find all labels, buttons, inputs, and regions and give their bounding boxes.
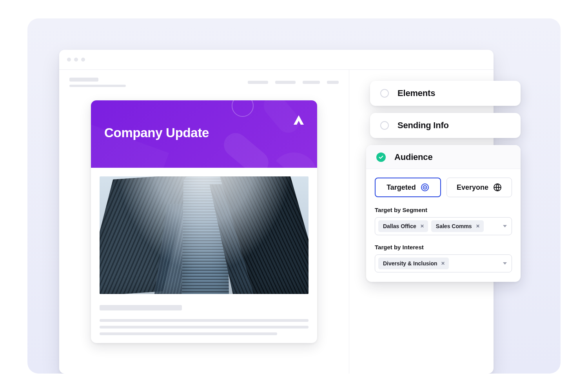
- email-banner-title: Company Update: [104, 125, 209, 140]
- browser-chrome: [59, 50, 494, 69]
- email-banner: Company Update: [91, 100, 317, 168]
- banner-decoration: [276, 143, 317, 168]
- app-brand-placeholder: [69, 78, 126, 87]
- panel-sending-info-label: Sending Info: [397, 120, 449, 131]
- brand-subtitle-ghost: [69, 85, 126, 87]
- interest-chip[interactable]: Diversity & Inclusion✕: [378, 258, 449, 269]
- segment-chip[interactable]: Dallas Office✕: [378, 220, 428, 232]
- email-body-placeholder: [91, 294, 317, 343]
- target-icon: [421, 183, 429, 192]
- window-control-zoom[interactable]: [81, 58, 85, 62]
- chip-label: Diversity & Inclusion: [383, 260, 437, 267]
- targeted-label: Targeted: [387, 183, 416, 192]
- panel-audience: Audience Targeted Everyone Target by Seg…: [366, 145, 521, 282]
- stage: Company Update: [27, 18, 561, 374]
- text-ghost: [100, 319, 309, 322]
- target-by-interest-input[interactable]: Diversity & Inclusion✕: [375, 254, 512, 272]
- email-preview-card[interactable]: Company Update: [91, 100, 317, 343]
- everyone-label: Everyone: [457, 183, 488, 192]
- target-by-segment-label: Target by Segment: [375, 207, 512, 213]
- brand-ghost: [69, 78, 98, 82]
- chevron-down-icon[interactable]: [503, 262, 507, 265]
- banner-decoration: [232, 100, 254, 117]
- nav-ghost-2: [275, 81, 296, 84]
- check-circle-icon: [376, 152, 386, 162]
- panel-sending-info[interactable]: Sending Info: [370, 113, 521, 138]
- chevron-down-icon[interactable]: [503, 225, 507, 227]
- chip-label: Sales Comms: [436, 223, 472, 229]
- chip-label: Dallas Office: [383, 223, 416, 229]
- radio-unchecked-icon[interactable]: [380, 121, 389, 130]
- audience-mode-toggle: Targeted Everyone: [375, 178, 512, 197]
- audience-mode-targeted[interactable]: Targeted: [375, 178, 441, 197]
- window-control-minimize[interactable]: [74, 58, 78, 62]
- nav-ghost-3: [303, 81, 320, 84]
- editor-nav-placeholder: [248, 81, 339, 84]
- target-by-segment-input[interactable]: Dallas Office✕Sales Comms✕: [375, 217, 512, 235]
- editor-pane: Company Update: [59, 69, 349, 374]
- panel-elements[interactable]: Elements: [370, 81, 521, 106]
- email-hero-image: [100, 176, 309, 294]
- brand-logo-icon: [292, 114, 305, 125]
- panel-audience-header[interactable]: Audience: [366, 145, 521, 169]
- remove-chip-icon[interactable]: ✕: [420, 223, 424, 229]
- remove-chip-icon[interactable]: ✕: [441, 261, 445, 266]
- remove-chip-icon[interactable]: ✕: [476, 223, 480, 229]
- window-control-close[interactable]: [67, 58, 71, 62]
- audience-mode-everyone[interactable]: Everyone: [446, 178, 512, 197]
- banner-decoration: [219, 128, 273, 168]
- panel-elements-label: Elements: [397, 88, 435, 98]
- nav-ghost-1: [248, 81, 268, 84]
- panel-audience-label: Audience: [394, 152, 432, 162]
- text-ghost: [100, 326, 309, 328]
- segment-chip[interactable]: Sales Comms✕: [431, 220, 484, 232]
- heading-ghost: [100, 305, 182, 310]
- editor-header: [69, 78, 339, 87]
- radio-unchecked-icon[interactable]: [380, 89, 389, 98]
- globe-icon: [493, 183, 502, 192]
- panel-audience-body: Targeted Everyone Target by Segment Dall…: [366, 169, 521, 272]
- svg-point-2: [424, 187, 425, 188]
- target-by-interest-label: Target by Interest: [375, 244, 512, 250]
- text-ghost: [100, 332, 277, 335]
- nav-ghost-4: [327, 81, 339, 84]
